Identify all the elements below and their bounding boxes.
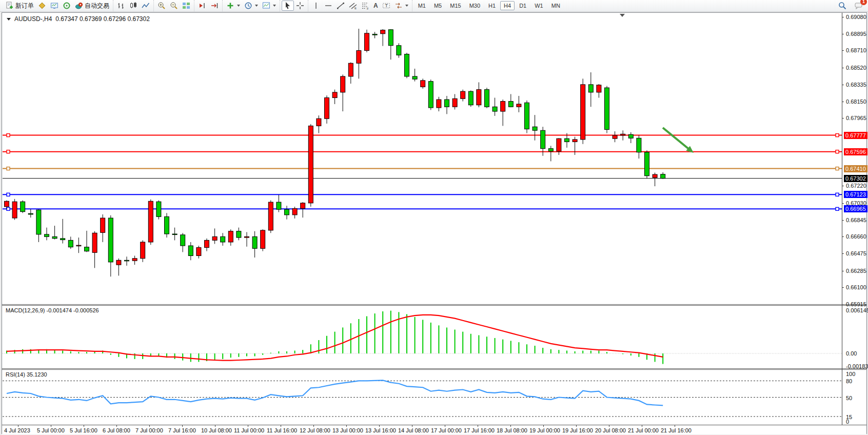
tf-button-m30[interactable]: M30 — [466, 1, 484, 10]
candle-body — [581, 85, 585, 140]
hline-handle[interactable] — [7, 193, 10, 196]
line-chart-button[interactable] — [140, 1, 152, 11]
hline-handle[interactable] — [836, 193, 839, 196]
add-indicator-icon — [226, 2, 234, 10]
auto-scroll-icon — [198, 2, 206, 10]
price-badge-0.66965: 0.66965 — [844, 205, 867, 212]
tile-windows-button[interactable] — [180, 1, 192, 11]
candle-body — [357, 50, 361, 63]
rsi-line — [7, 380, 663, 405]
candle-body — [492, 107, 497, 111]
fibonacci-tool-button[interactable]: F — [359, 1, 371, 11]
candle-body — [156, 202, 161, 216]
time-axis-tick — [51, 425, 51, 427]
hline-handle[interactable] — [7, 207, 10, 210]
price-tick-label: 0.66475 — [846, 250, 866, 256]
cursor-button[interactable] — [282, 1, 294, 11]
price-axis-tick — [842, 253, 844, 254]
price-tick-label: 0.65915 — [846, 301, 866, 307]
candle-body — [61, 239, 65, 240]
candle-body — [196, 248, 201, 256]
arrows-tool-button[interactable] — [392, 1, 410, 11]
time-axis-tick — [346, 425, 347, 427]
candle-body — [645, 152, 649, 176]
time-axis-tick — [642, 425, 642, 427]
hline-handle[interactable] — [7, 167, 10, 170]
candle-body — [508, 102, 513, 107]
tf-button-w1[interactable]: W1 — [531, 1, 547, 10]
candle-body — [68, 240, 73, 247]
rsi-axis-label: 80 — [846, 378, 852, 384]
price-chart-pane[interactable] — [3, 13, 842, 304]
trendline-tool-button[interactable] — [334, 1, 347, 11]
chart-title-bar[interactable]: AUDUSD-,H4 0.67347 0.67369 0.67296 0.673… — [7, 15, 150, 23]
hline-handle[interactable] — [7, 134, 10, 137]
text-tool-button[interactable]: A — [371, 1, 380, 11]
hline-handle[interactable] — [7, 150, 10, 153]
candle-body — [228, 231, 233, 242]
vline-tool-button[interactable] — [310, 1, 322, 11]
templates-button[interactable] — [260, 1, 278, 11]
candle-body — [557, 139, 561, 151]
hline-handle[interactable] — [836, 167, 839, 170]
mql-icon — [63, 2, 71, 10]
bar-chart-button[interactable] — [115, 1, 127, 11]
candle-body — [485, 90, 489, 107]
tile-windows-icon — [182, 2, 190, 10]
tf-button-m1[interactable]: M1 — [415, 1, 429, 10]
candle-body — [517, 104, 521, 107]
price-badge-0.67410: 0.67410 — [844, 165, 867, 172]
candle-body — [101, 218, 105, 232]
market-watch-button[interactable] — [48, 1, 61, 11]
indicators-button[interactable] — [224, 1, 242, 11]
hline-handle[interactable] — [836, 134, 839, 137]
hline-handle[interactable] — [836, 207, 839, 210]
periods-button[interactable] — [242, 1, 260, 11]
candle-body — [45, 234, 49, 236]
tf-button-m15[interactable]: M15 — [446, 1, 464, 10]
time-tick-label: 11 Jul 16:00 — [267, 427, 297, 433]
rsi-pane[interactable] — [3, 370, 842, 425]
hline-handle[interactable] — [836, 150, 839, 153]
zoom-out-button[interactable] — [168, 1, 180, 11]
tf-button-h1[interactable]: H1 — [485, 1, 499, 10]
new-order-button[interactable]: 新订单 — [4, 1, 36, 11]
candle-body — [36, 210, 41, 234]
candle-chart-button[interactable] — [127, 1, 140, 11]
toolbar-group-charttype — [113, 0, 153, 11]
price-axis-tick — [842, 118, 844, 118]
autotrade-button[interactable]: 自动交易 — [73, 1, 111, 11]
notifications-button[interactable]: 1 — [853, 1, 865, 11]
candle-body — [277, 202, 281, 209]
tf-button-h4[interactable]: H4 — [500, 1, 515, 10]
channel-tool-button[interactable]: E — [347, 1, 359, 11]
zoom-in-button[interactable] — [155, 1, 168, 11]
tf-button-mn[interactable]: MN — [548, 1, 564, 10]
candle-body — [205, 240, 209, 247]
annotation-arrow-shaft[interactable] — [663, 128, 689, 150]
toolbar-group-timeframes: M1M5M15M30H1H4D1W1MN — [412, 0, 566, 11]
search-button[interactable] — [836, 1, 849, 11]
time-tick-label: 5 Jul 16:00 — [70, 427, 97, 433]
auto-scroll-button[interactable] — [196, 1, 208, 11]
candle-body — [573, 140, 577, 142]
mql-editor-button[interactable] — [61, 1, 73, 11]
macd-pane[interactable] — [3, 306, 842, 368]
time-axis-tick — [84, 425, 84, 427]
candle-body — [388, 30, 393, 46]
line-chart-icon — [142, 2, 150, 10]
time-tick-label: 19 Jul 16:00 — [562, 427, 593, 433]
notification-badge: 1 — [860, 0, 867, 5]
tf-button-m5[interactable]: M5 — [430, 1, 445, 10]
main-toolbar: 新订单 自动交易 — [0, 0, 868, 12]
price-axis-tick — [842, 34, 844, 34]
chart-shift-button[interactable] — [208, 1, 221, 11]
candle-body — [268, 202, 273, 230]
tf-button-d1[interactable]: D1 — [516, 1, 530, 10]
gold-tool-button[interactable] — [36, 1, 48, 11]
hline-tool-button[interactable] — [322, 1, 334, 11]
search-icon — [838, 2, 846, 10]
candle-body — [108, 218, 113, 262]
text-label-tool-button[interactable]: T — [380, 1, 392, 11]
crosshair-button[interactable] — [294, 1, 306, 11]
